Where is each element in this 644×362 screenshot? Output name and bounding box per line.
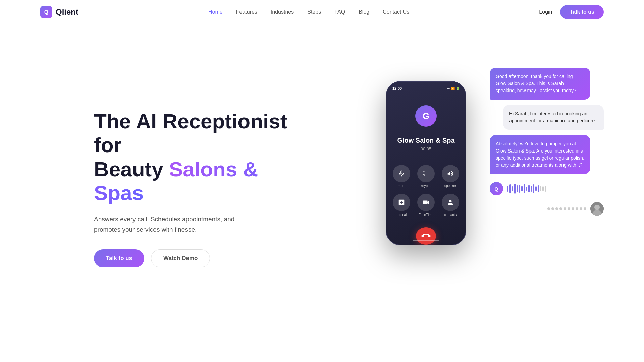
- hero-buttons: Talk to us Watch Demo: [94, 249, 288, 267]
- user-avatar: [590, 202, 604, 216]
- typing-dot-1: [547, 207, 550, 210]
- hero-subtitle: Answers every call. Schedules appointmen…: [94, 214, 255, 235]
- nav-faq[interactable]: FAQ: [334, 9, 345, 15]
- typing-dot-4: [559, 207, 562, 210]
- call-duration: 00:05: [421, 146, 432, 152]
- phone-status-bar: 12:00 ▪▪▪ 📶 🔋: [386, 86, 466, 90]
- hero-content: The AI Receptionist for Beauty Salons & …: [94, 96, 288, 267]
- typing-row: [490, 202, 604, 216]
- call-business-name: Glow Salon & Spa: [397, 137, 454, 144]
- chat-bubble-ai-2: Absolutely! we'd love to pamper you at G…: [490, 135, 590, 174]
- navbar: Q Qlient Home Features Industries Steps …: [0, 0, 644, 24]
- typing-dot-3: [555, 207, 558, 210]
- call-btn-mute[interactable]: mute: [392, 165, 411, 188]
- typing-dot-9: [580, 207, 582, 210]
- typing-dot-5: [564, 207, 566, 210]
- typing-dot-8: [576, 207, 578, 210]
- typing-dot-2: [551, 207, 554, 210]
- facetime-label: FaceTime: [419, 213, 433, 217]
- logo-text: Qlient: [56, 7, 78, 17]
- chat-bubble-user-1: Hi Sarah, I'm interested in booking an a…: [503, 105, 604, 130]
- typing-dot-6: [568, 207, 570, 210]
- hero-section: The AI Receptionist for Beauty Salons & …: [0, 24, 644, 346]
- phone-mockup: 12:00 ▪▪▪ 📶 🔋 G Glow Salon & Spa 00:05: [386, 81, 466, 245]
- nav-steps[interactable]: Steps: [307, 9, 321, 15]
- keypad-label: keypad: [421, 184, 431, 188]
- hero-title: The AI Receptionist for Beauty Salons & …: [94, 109, 288, 205]
- phone-time: 12:00: [392, 86, 402, 90]
- contacts-label: contacts: [444, 213, 457, 217]
- chat-text-user-1: Hi Sarah, I'm interested in booking an a…: [509, 111, 596, 123]
- svg-point-5: [594, 205, 600, 210]
- hero-cta-secondary[interactable]: Watch Demo: [151, 249, 210, 267]
- nav-blog[interactable]: Blog: [359, 9, 369, 15]
- call-btn-contacts[interactable]: contacts: [441, 194, 460, 217]
- hero-title-line2: Beauty: [94, 158, 163, 181]
- nav-right: Login Talk to us: [539, 5, 604, 19]
- nav-features[interactable]: Features: [236, 9, 257, 15]
- call-btn-add[interactable]: add call: [392, 194, 411, 217]
- nav-links: Home Features Industries Steps FAQ Blog …: [208, 9, 409, 15]
- phone-screen: G Glow Salon & Spa 00:05 mute: [386, 82, 466, 245]
- audio-waveform: [507, 183, 546, 194]
- login-button[interactable]: Login: [539, 9, 552, 15]
- chat-area: Good afternoon, thank you for calling Gl…: [490, 68, 604, 216]
- svg-text:Q: Q: [495, 186, 498, 192]
- hero-visual: 12:00 ▪▪▪ 📶 🔋 G Glow Salon & Spa 00:05: [369, 68, 604, 296]
- audio-row: Q: [490, 182, 604, 195]
- logo-icon: Q: [40, 6, 52, 18]
- chat-text-ai-1: Good afternoon, thank you for calling Gl…: [496, 74, 576, 93]
- chat-text-ai-2: Absolutely! we'd love to pamper you at G…: [496, 141, 584, 168]
- call-btn-keypad[interactable]: keypad: [417, 165, 435, 188]
- nav-contact[interactable]: Contact Us: [383, 9, 409, 15]
- phone-status-icons: ▪▪▪ 📶 🔋: [447, 86, 460, 90]
- typing-dot-7: [572, 207, 574, 210]
- end-call-button[interactable]: [416, 227, 436, 245]
- hero-title-line1: The AI Receptionist for: [94, 110, 287, 157]
- call-buttons-grid: mute keypad speaker: [386, 165, 466, 217]
- hero-cta-primary[interactable]: Talk to us: [94, 249, 144, 267]
- mute-label: mute: [398, 184, 405, 188]
- speaker-label: speaker: [444, 184, 457, 188]
- phone-home-indicator: [413, 240, 439, 241]
- logo[interactable]: Q Qlient: [40, 6, 78, 18]
- svg-text:Q: Q: [44, 9, 48, 15]
- typing-dot-10: [584, 207, 586, 210]
- nav-home[interactable]: Home: [208, 9, 223, 15]
- nav-industries[interactable]: Industries: [271, 9, 294, 15]
- call-btn-facetime[interactable]: FaceTime: [417, 194, 435, 217]
- nav-cta-button[interactable]: Talk to us: [560, 5, 604, 19]
- typing-dots: [547, 207, 586, 210]
- chat-bubble-ai-1: Good afternoon, thank you for calling Gl…: [490, 68, 590, 100]
- add-call-label: add call: [396, 213, 407, 217]
- ai-avatar: Q: [490, 182, 503, 195]
- call-btn-speaker[interactable]: speaker: [441, 165, 460, 188]
